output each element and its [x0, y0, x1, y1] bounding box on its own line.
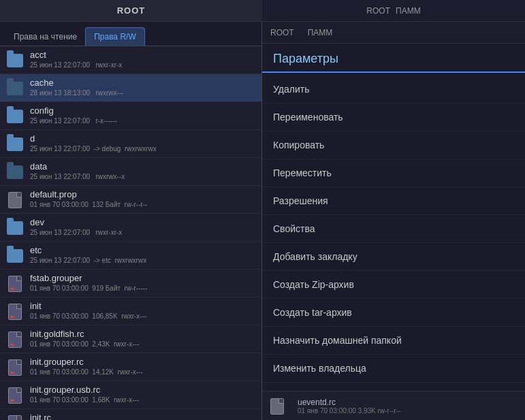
right-root-label: ROOT	[270, 28, 294, 37]
file-red-icon	[5, 302, 25, 321]
right-panel-title1: ROOT	[366, 6, 390, 16]
bottom-file-preview: ueventd.rc 01 янв 70 03:00:00 3,93K rw-r…	[262, 391, 525, 420]
top-bar: ROOT ROOT ПАММ	[0, 0, 525, 22]
list-item[interactable]: acct 25 июн 13 22:07:00 rwxr-xr-x	[0, 46, 261, 74]
file-red-icon	[5, 386, 25, 405]
top-bar-right: ROOT ПАММ	[262, 0, 525, 21]
context-menu-title: Параметры	[273, 52, 514, 66]
left-panel: Права на чтение Права R/W acct 25 июн 13…	[0, 22, 262, 420]
folder-icon	[5, 107, 25, 126]
right-top-bar: ROOT ПАММ	[262, 22, 525, 44]
main-content: Права на чтение Права R/W acct 25 июн 13…	[0, 22, 525, 420]
menu-item-delete[interactable]: Удалить	[262, 76, 525, 103]
list-item[interactable]: init.grouper.usb.rc 01 янв 70 03:00:00 1…	[0, 381, 261, 409]
tab-rw-permissions[interactable]: Права R/W	[85, 27, 145, 46]
file-red-icon	[5, 330, 25, 349]
menu-item-tar[interactable]: Создать tar-архив	[262, 299, 525, 327]
bottom-file-name: ueventd.rc	[298, 398, 400, 407]
bottom-file-meta: 01 янв 70 03:00:00 3,93K rw-r--r--	[298, 407, 400, 415]
bottom-file-icon	[268, 397, 287, 416]
folder-icon	[5, 51, 25, 70]
right-panel-second-title: ПАММ	[308, 28, 333, 37]
list-item[interactable]: init.goldfish.rc 01 янв 70 03:00:00 2,43…	[0, 325, 261, 353]
list-item[interactable]: default.prop 01 янв 70 03:00:00 132 Байт…	[0, 186, 261, 214]
list-item[interactable]: init.rc 01 янв 70 03:00:00 17,98K rwxr-x…	[0, 409, 261, 420]
context-menu-header: Параметры	[262, 44, 525, 73]
list-item[interactable]: init 01 янв 70 03:00:00 106,85K rwxr-x--…	[0, 297, 261, 325]
tab-bar: Права на чтение Права R/W	[0, 22, 261, 46]
menu-item-permissions[interactable]: Разрешения	[262, 187, 525, 215]
file-icon	[5, 191, 25, 210]
file-list[interactable]: acct 25 июн 13 22:07:00 rwxr-xr-x cache …	[0, 46, 261, 420]
menu-item-copy[interactable]: Копировать	[262, 131, 525, 159]
menu-item-home[interactable]: Назначить домашней папкой	[262, 327, 525, 355]
tab-read-permissions[interactable]: Права на чтение	[5, 28, 85, 46]
folder-icon	[5, 219, 25, 238]
file-red-icon	[5, 414, 25, 420]
menu-item-move[interactable]: Переместить	[262, 159, 525, 187]
right-panel-title2: ПАММ	[396, 6, 421, 16]
file-red-icon	[5, 274, 25, 293]
list-item[interactable]: d 25 июн 13 22:07:00 -> debug rwxrwxrwx	[0, 130, 261, 158]
file-red-icon	[5, 358, 25, 377]
menu-item-zip[interactable]: Создать Zip-архив	[262, 271, 525, 299]
menu-item-owner[interactable]: Изменить владельца	[262, 355, 525, 383]
menu-item-shortcut[interactable]: создать ярлык	[262, 383, 525, 391]
right-panel: ROOT ПАММ Параметры Удалить Переименоват…	[262, 22, 525, 420]
top-bar-left: ROOT	[0, 0, 262, 21]
menu-item-rename[interactable]: Переименовать	[262, 103, 525, 131]
folder-dark-icon	[5, 79, 25, 98]
list-item[interactable]: etc 25 июн 13 22:07:00 -> etc rwxrwxrwx	[0, 242, 261, 270]
list-item[interactable]: dev 25 июн 13 22:07:00 rwxr-xr-x	[0, 214, 261, 242]
list-item[interactable]: data 25 июн 13 22:07:00 rwxrwx--x	[0, 158, 261, 186]
list-item-cache[interactable]: cache 28 июн 13 18:13:00 rwxrwx---	[0, 74, 261, 102]
folder-icon	[5, 135, 25, 154]
list-item[interactable]: init.grouper.rc 01 янв 70 03:00:00 14,12…	[0, 353, 261, 381]
menu-item-properties[interactable]: Свойства	[262, 215, 525, 243]
left-panel-title: ROOT	[117, 5, 146, 16]
list-item[interactable]: fstab.grouper 01 янв 70 03:00:00 919 Бай…	[0, 270, 261, 297]
folder-icon	[5, 246, 25, 265]
context-menu: Удалить Переименовать Копировать Перемес…	[262, 76, 525, 391]
folder-dark-icon	[5, 163, 25, 182]
list-item[interactable]: config 25 июн 13 22:07:00 r-x------	[0, 102, 261, 130]
menu-item-bookmark[interactable]: Добавить закладку	[262, 243, 525, 271]
